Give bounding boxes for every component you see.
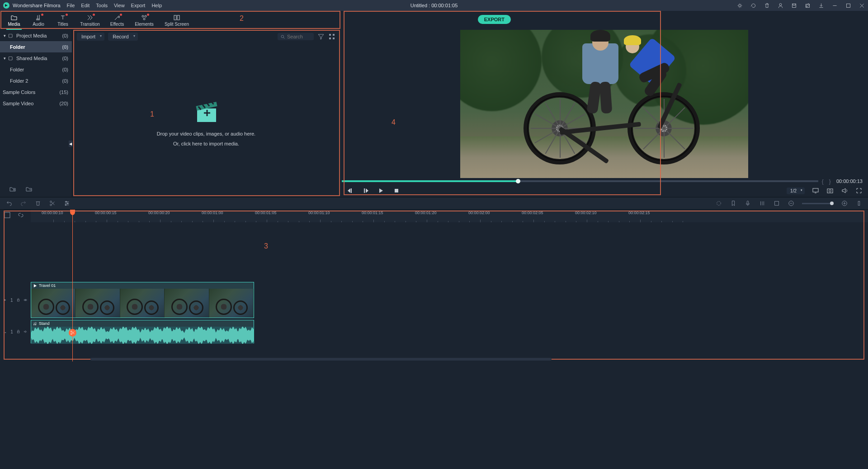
crop-icon[interactable]	[773, 200, 780, 207]
delete-folder-icon[interactable]	[25, 185, 33, 192]
redo-button[interactable]	[20, 200, 27, 207]
effects-icon	[113, 14, 121, 21]
sidebar-item-folder[interactable]: Folder (0)	[0, 64, 72, 75]
zoom-out-button[interactable]	[788, 200, 795, 207]
menu-tools[interactable]: Tools	[96, 3, 108, 8]
zoom-fit-button[interactable]	[855, 200, 863, 207]
split-button[interactable]	[49, 200, 56, 207]
maximize-button[interactable]	[844, 3, 852, 9]
tab-elements[interactable]: Elements	[129, 11, 159, 30]
play-button[interactable]	[363, 188, 369, 194]
video-track-head[interactable]: 1	[0, 282, 31, 318]
sidebar-item-sample-video[interactable]: Sample Video (20)	[0, 98, 72, 109]
tab-label: Effects	[110, 22, 124, 27]
account-icon[interactable]	[777, 3, 784, 9]
grid-view-icon[interactable]	[328, 33, 335, 40]
menu-help[interactable]: Help	[151, 3, 162, 8]
sidebar-item-shared-media[interactable]: ▾ ▢ Shared Media (0)	[0, 52, 72, 64]
minimize-button[interactable]	[831, 3, 838, 9]
playhead[interactable]	[72, 210, 73, 361]
stop-button[interactable]	[393, 188, 400, 194]
sidebar-item-project-media[interactable]: ▾ ▢ Project Media (0)	[0, 30, 72, 41]
tab-media[interactable]: Media	[2, 11, 26, 30]
download-icon[interactable]	[817, 3, 825, 9]
speaker-icon[interactable]	[24, 329, 27, 334]
timeline-ruler[interactable]: 00:00:00:1000:00:00:1500:00:00:2000:00:0…	[31, 210, 868, 222]
next-frame-button[interactable]	[378, 188, 384, 194]
voiceover-icon[interactable]	[744, 200, 751, 207]
svg-point-25	[50, 204, 52, 206]
display-icon[interactable]	[812, 187, 819, 194]
timeline-scrollbar[interactable]	[90, 358, 552, 361]
in-out-marker-icon[interactable]: { }	[822, 178, 833, 185]
video-clip[interactable]: Travel 01	[31, 282, 254, 318]
record-dropdown[interactable]: Record	[108, 33, 137, 41]
tab-effects[interactable]: Effects	[105, 11, 129, 30]
prev-frame-button[interactable]	[347, 188, 354, 194]
chevron-down-icon: ▾	[4, 33, 8, 38]
tab-titles[interactable]: Titles	[51, 11, 75, 30]
volume-icon[interactable]	[841, 187, 848, 194]
menu-view[interactable]: View	[114, 3, 125, 8]
adjust-button[interactable]	[63, 200, 71, 207]
zoom-slider[interactable]	[802, 203, 834, 204]
sidebar-item-folder[interactable]: Folder (0)	[0, 41, 72, 52]
svg-rect-16	[329, 38, 331, 39]
lock-icon[interactable]	[17, 329, 20, 334]
open-icon[interactable]	[804, 3, 811, 9]
menu-export[interactable]: Export	[131, 3, 146, 8]
sidebar-item-count: (20)	[59, 101, 68, 106]
sidebar-collapse-button[interactable]: ◀	[69, 141, 72, 147]
svg-point-28	[65, 204, 66, 206]
timeline-toolbar	[0, 197, 868, 210]
new-folder-icon[interactable]	[9, 185, 16, 192]
close-button[interactable]	[858, 3, 865, 9]
tool-tabs-row: Media Audio Titles Transition Effects El…	[0, 11, 868, 30]
marker-icon[interactable]	[730, 200, 737, 207]
menu-edit[interactable]: Edit	[81, 3, 90, 8]
video-track[interactable]: Travel 01	[31, 282, 866, 318]
media-drop-zone[interactable]: Drop your video clips, images, or audio …	[76, 48, 336, 193]
zoom-in-button[interactable]	[841, 200, 848, 207]
undo-button[interactable]	[5, 200, 13, 207]
sidebar-item-label: Folder	[10, 67, 24, 72]
timeline-settings-icon[interactable]	[4, 211, 11, 219]
preview-viewport[interactable]	[460, 30, 748, 178]
audio-track[interactable]: Stand	[31, 320, 866, 343]
preview-scrubber[interactable]: { } 00:00:00:13	[340, 178, 868, 185]
search-icon	[280, 34, 285, 39]
svg-point-39	[5, 332, 6, 333]
scrub-knob[interactable]	[516, 179, 520, 183]
audio-clip[interactable]: Stand	[31, 320, 254, 343]
snapshot-icon[interactable]	[826, 187, 834, 194]
tab-audio[interactable]: Audio	[26, 11, 51, 30]
refresh-icon[interactable]	[750, 3, 757, 9]
preview-quality-select[interactable]: 1/2	[787, 188, 805, 194]
audio-track-head[interactable]: 1	[0, 320, 31, 343]
search-input[interactable]	[287, 34, 310, 39]
menu-file[interactable]: File	[67, 3, 75, 8]
render-icon[interactable]	[715, 200, 722, 207]
scrub-track[interactable]	[342, 180, 818, 182]
settings-icon[interactable]	[736, 3, 743, 9]
sidebar-item-folder-2[interactable]: Folder 2 (0)	[0, 75, 72, 86]
import-dropdown[interactable]: Import	[77, 33, 104, 41]
lock-icon[interactable]	[17, 298, 20, 302]
sidebar-item-sample-colors[interactable]: Sample Colors (15)	[0, 86, 72, 98]
media-sidebar: ▾ ▢ Project Media (0) Folder (0) ▾ ▢ Sha…	[0, 30, 72, 197]
eye-icon[interactable]	[24, 298, 27, 302]
tab-split-screen[interactable]: Split Screen	[159, 11, 194, 30]
save-icon[interactable]	[790, 3, 797, 9]
export-button[interactable]: EXPORT	[478, 15, 511, 24]
search-input-wrap[interactable]	[278, 33, 314, 40]
delete-icon[interactable]	[763, 3, 770, 9]
app-name: Wondershare Filmora	[13, 3, 61, 8]
tab-transition[interactable]: Transition	[75, 11, 105, 30]
scissors-icon[interactable]	[69, 329, 76, 337]
clip-name: Stand	[39, 321, 50, 326]
delete-clip-button[interactable]	[34, 200, 42, 207]
filter-icon[interactable]	[317, 33, 325, 40]
link-icon[interactable]	[17, 211, 24, 219]
audio-mixer-icon[interactable]	[759, 200, 766, 207]
fullscreen-icon[interactable]	[855, 187, 863, 194]
